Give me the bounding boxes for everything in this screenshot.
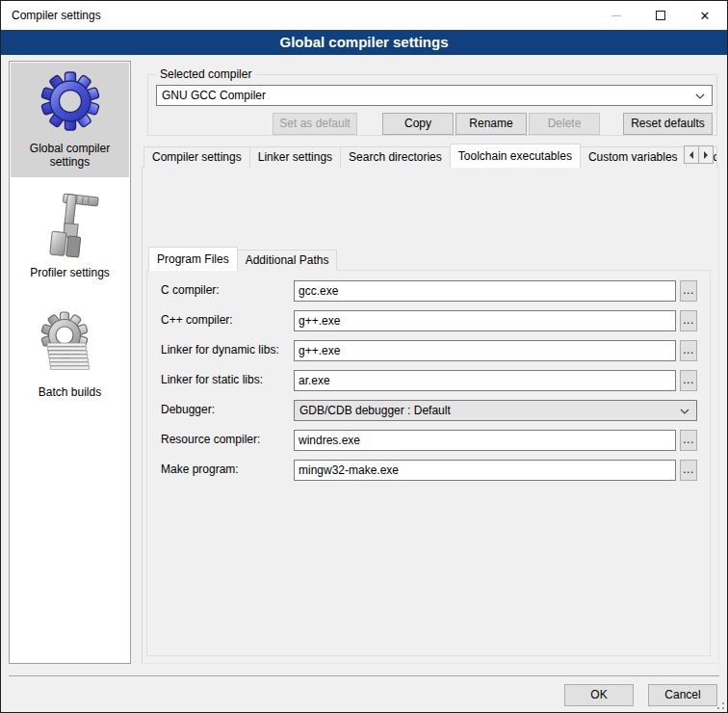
linker-static-input[interactable]: ar.exe <box>294 370 676 391</box>
c-compiler-input[interactable]: gcc.exe <box>294 280 676 302</box>
close-icon: ✕ <box>700 10 711 22</box>
minimize-icon <box>611 15 621 16</box>
resource-compiler-browse-button[interactable]: ... <box>680 430 697 451</box>
compiler-select[interactable]: GNU GCC Compiler <box>156 85 713 106</box>
sidebar-item-label: Global compiler settings <box>11 140 129 174</box>
tab-scroll-left-button[interactable] <box>684 145 699 164</box>
field-label-cpp-compiler: C++ compiler: <box>161 313 233 327</box>
linker-dynamic-browse-button[interactable]: ... <box>680 340 697 361</box>
c-compiler-browse-button[interactable]: ... <box>680 280 697 302</box>
tab-linker-settings[interactable]: Linker settings <box>249 146 341 168</box>
window-title: Compiler settings <box>12 9 101 22</box>
field-label-linker-static: Linker for static libs: <box>161 373 263 386</box>
field-label-make-program: Make program: <box>161 462 239 476</box>
gear-blue-icon <box>39 68 101 138</box>
maximize-icon <box>656 11 665 20</box>
sidebar-item-profiler-settings[interactable]: Profiler settings <box>11 185 129 281</box>
linker-dynamic-input[interactable]: g++.exe <box>294 340 676 361</box>
linker-dynamic-value: g++.exe <box>299 344 340 357</box>
program-files-page: C compiler: gcc.exe ... C++ compiler: g+… <box>146 270 711 656</box>
set-as-default-button[interactable]: Set as default <box>273 113 357 135</box>
tab-scroll-left-icon <box>686 151 693 159</box>
c-compiler-value: gcc.exe <box>299 284 338 298</box>
caption-buttons: ✕ <box>594 1 727 30</box>
close-button[interactable]: ✕ <box>683 1 727 30</box>
cancel-button[interactable]: Cancel <box>648 684 717 706</box>
field-label-linker-dynamic: Linker for dynamic libs: <box>161 343 279 356</box>
caliper-icon <box>39 191 101 262</box>
groupbox-label: Selected compiler <box>156 67 255 81</box>
minimize-button[interactable] <box>594 1 638 30</box>
main-tabstrip: Compiler settings Linker settings Search… <box>143 144 716 168</box>
field-label-resource-compiler: Resource compiler: <box>161 433 260 446</box>
linker-static-browse-button[interactable]: ... <box>680 370 697 391</box>
make-program-input[interactable]: mingw32-make.exe <box>294 460 676 481</box>
maximize-button[interactable] <box>638 1 683 30</box>
subtab-program-files[interactable]: Program Files <box>148 247 238 271</box>
resource-compiler-value: windres.exe <box>299 434 360 447</box>
sidebar-item-batch-builds[interactable]: Batch builds <box>11 303 129 409</box>
sidebar-item-label: Batch builds <box>11 383 129 405</box>
resize-grip[interactable] <box>715 700 724 709</box>
make-program-value: mingw32-make.exe <box>299 463 399 477</box>
footer-separator <box>9 675 719 676</box>
chevron-down-icon <box>695 93 705 99</box>
cpp-compiler-value: g++.exe <box>299 314 340 328</box>
tab-scroll-right-button[interactable] <box>698 145 714 164</box>
titlebar: Compiler settings ✕ <box>1 1 727 30</box>
gear-stack-icon <box>39 308 101 382</box>
resource-compiler-input[interactable]: windres.exe <box>294 430 676 451</box>
field-label-c-compiler: C compiler: <box>161 283 220 297</box>
ok-button[interactable]: OK <box>564 684 634 706</box>
tab-toolchain-executables[interactable]: Toolchain executables <box>450 144 581 168</box>
tab-scroll-buttons <box>685 145 714 164</box>
cpp-compiler-browse-button[interactable]: ... <box>680 310 697 331</box>
sidebar-item-global-compiler-settings[interactable]: Global compiler settings <box>11 63 129 177</box>
tab-compiler-settings[interactable]: Compiler settings <box>143 146 250 168</box>
delete-button[interactable]: Delete <box>529 113 600 135</box>
debugger-value: GDB/CDB debugger : Default <box>299 404 451 417</box>
cpp-compiler-input[interactable]: g++.exe <box>294 310 676 331</box>
make-program-browse-button[interactable]: ... <box>680 460 697 481</box>
compiler-select-value: GNU GCC Compiler <box>162 89 266 102</box>
tab-custom-variables[interactable]: Custom variables <box>580 146 687 168</box>
tab-search-directories[interactable]: Search directories <box>340 146 451 168</box>
chevron-down-icon <box>680 409 689 414</box>
dialog-banner-title: Global compiler settings <box>1 30 727 55</box>
reset-defaults-button[interactable]: Reset defaults <box>623 113 713 135</box>
subtab-additional-paths[interactable]: Additional Paths <box>237 250 338 271</box>
tab-scroll-right-icon <box>704 151 712 159</box>
sidebar-item-label: Profiler settings <box>11 264 129 285</box>
debugger-select[interactable]: GDB/CDB debugger : Default <box>294 400 697 421</box>
settings-category-list: Global compiler settings Profiler settin… <box>9 61 131 664</box>
compiler-settings-dialog: Compiler settings ✕ Global compiler sett… <box>0 0 728 713</box>
linker-static-value: ar.exe <box>299 374 330 387</box>
copy-button[interactable]: Copy <box>382 113 454 135</box>
field-label-debugger: Debugger: <box>161 403 215 416</box>
rename-button[interactable]: Rename <box>455 113 527 135</box>
program-files-tabstrip: Program Files Additional Paths <box>148 248 336 271</box>
selected-compiler-groupbox: Selected compiler GNU GCC Compiler Set a… <box>147 74 717 136</box>
